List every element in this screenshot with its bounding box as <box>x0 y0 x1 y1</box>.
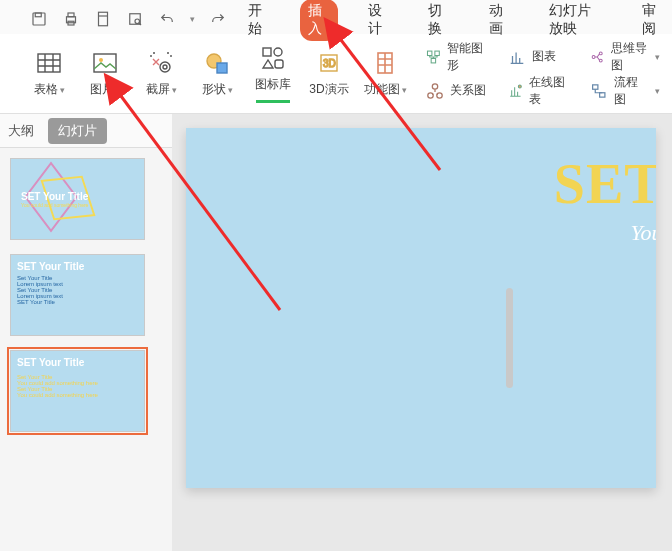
svg-point-10 <box>99 58 103 62</box>
insert-chart-button[interactable]: 图表 <box>504 43 572 71</box>
slide-thumbnail-2[interactable]: SET Your Title Set Your Title Lorem ipsu… <box>10 254 145 336</box>
icons-label: 图标库 <box>255 76 291 93</box>
undo-dropdown-icon[interactable]: ▾ <box>190 14 195 24</box>
smartart-label: 智能图形 <box>447 40 486 74</box>
sidetab-outline[interactable]: 大纲 <box>4 118 38 144</box>
slide-thumbnails: SET Your Title You could add something h… <box>0 148 172 551</box>
undo-icon[interactable] <box>158 10 176 28</box>
thumb-content: Set Your Title You could add something h… <box>17 374 138 398</box>
funcimg-label: 功能图 <box>364 81 400 98</box>
svg-rect-23 <box>431 58 435 62</box>
tab-slideshow[interactable]: 幻灯片放映 <box>541 0 612 41</box>
chart-icon <box>508 48 526 66</box>
svg-rect-17 <box>275 60 283 68</box>
ribbon-small-col-2: 图表 在线图表 <box>504 43 572 105</box>
thumbnail-scrollbar[interactable] <box>506 188 516 538</box>
insert-smartart-button[interactable]: 智能图形 <box>422 43 490 71</box>
screenshot-icon <box>147 49 175 77</box>
slide-subtitle: You coul <box>630 220 656 246</box>
slide-thumbnail-1[interactable]: SET Your Title You could add something h… <box>10 158 145 240</box>
table-icon <box>35 49 63 77</box>
pdf-icon[interactable] <box>94 10 112 28</box>
ribbon-insert: 表格▾ 图片▾ 截屏▾ 形状▾ 图标库 3D 3D演示 功能图▾ 智能图形 关系… <box>0 34 672 114</box>
ribbon-small-col-3: 思维导图▾ 流程图▾ <box>586 43 664 105</box>
function-img-icon <box>371 49 399 77</box>
insert-function-img-button[interactable]: 功能图▾ <box>362 41 408 107</box>
svg-point-30 <box>600 59 603 62</box>
svg-rect-15 <box>263 48 271 56</box>
ribbon-small-col-1: 智能图形 关系图 <box>422 43 490 105</box>
insert-shapes-button[interactable]: 形状▾ <box>194 41 240 107</box>
chevron-down-icon: ▾ <box>60 85 65 95</box>
chevron-down-icon: ▾ <box>116 85 121 95</box>
icon-library-icon <box>259 44 287 72</box>
slide-thumbnail-3[interactable]: SET Your Title Set Your Title You could … <box>10 350 145 432</box>
svg-rect-5 <box>99 12 108 26</box>
thumb-title: SET Your Title <box>21 191 88 202</box>
save-icon[interactable] <box>30 10 48 28</box>
mindmap-icon <box>590 48 604 66</box>
thumb-subtitle: You could add something here <box>21 202 88 208</box>
thumb-title: SET Your Title <box>17 261 138 272</box>
flowchart-icon <box>590 82 608 100</box>
sidetab-slides[interactable]: 幻灯片 <box>48 118 107 144</box>
svg-rect-31 <box>593 84 598 88</box>
svg-point-12 <box>163 65 167 69</box>
svg-rect-32 <box>600 92 605 96</box>
relation-label: 关系图 <box>450 82 486 99</box>
smartart-icon <box>426 48 441 66</box>
insert-relation-button[interactable]: 关系图 <box>422 77 490 105</box>
workspace: 大纲 幻灯片 SET Your Title You could add some… <box>0 114 672 551</box>
insert-picture-button[interactable]: 图片▾ <box>82 41 128 107</box>
mindmap-label: 思维导图 <box>611 40 649 74</box>
chevron-down-icon: ▾ <box>655 86 660 96</box>
tab-insert[interactable]: 插入 <box>300 0 338 41</box>
relation-icon <box>426 82 444 100</box>
svg-rect-8 <box>38 54 60 72</box>
chart-label: 图表 <box>532 48 556 65</box>
active-underline <box>256 100 290 103</box>
current-slide[interactable]: SET Y You coul <box>186 128 656 488</box>
tab-transition[interactable]: 切换 <box>420 0 458 41</box>
table-label: 表格 <box>34 81 58 98</box>
svg-rect-1 <box>35 13 41 17</box>
tab-design[interactable]: 设计 <box>360 0 398 41</box>
insert-mindmap-button[interactable]: 思维导图▾ <box>586 43 664 71</box>
flowchart-label: 流程图 <box>614 74 649 108</box>
svg-rect-3 <box>68 13 74 17</box>
tab-start[interactable]: 开始 <box>240 0 278 41</box>
svg-rect-22 <box>435 51 439 55</box>
shapes-icon <box>203 49 231 77</box>
insert-3d-button[interactable]: 3D 3D演示 <box>306 41 352 107</box>
svg-text:3D: 3D <box>323 58 336 69</box>
picture-icon <box>91 49 119 77</box>
scrollbar-thumb[interactable] <box>506 288 513 388</box>
svg-rect-21 <box>427 51 431 55</box>
shapes-label: 形状 <box>202 81 226 98</box>
svg-point-29 <box>600 51 603 54</box>
insert-online-chart-button[interactable]: 在线图表 <box>504 77 572 105</box>
insert-screenshot-button[interactable]: 截屏▾ <box>138 41 184 107</box>
svg-point-11 <box>160 62 170 72</box>
preview-icon[interactable] <box>126 10 144 28</box>
chevron-down-icon: ▾ <box>655 52 660 62</box>
svg-rect-9 <box>94 54 116 72</box>
threeD-label: 3D演示 <box>309 81 348 98</box>
chevron-down-icon: ▾ <box>228 85 233 95</box>
svg-point-27 <box>519 85 522 88</box>
svg-point-24 <box>432 83 437 88</box>
insert-table-button[interactable]: 表格▾ <box>26 41 72 107</box>
main-tabs: 开始 插入 设计 切换 动画 幻灯片放映 审阅 <box>240 6 672 34</box>
chevron-down-icon: ▾ <box>172 85 177 95</box>
slide-panel: 大纲 幻灯片 SET Your Title You could add some… <box>0 114 172 551</box>
redo-icon[interactable] <box>209 10 227 28</box>
slide-canvas[interactable]: SET Y You coul <box>172 114 672 551</box>
tab-review[interactable]: 审阅 <box>634 0 672 41</box>
insert-icons-button[interactable]: 图标库 <box>250 41 296 107</box>
chevron-down-icon: ▾ <box>402 85 407 95</box>
print-icon[interactable] <box>62 10 80 28</box>
picture-label: 图片 <box>90 81 114 98</box>
three-d-icon: 3D <box>315 49 343 77</box>
insert-flowchart-button[interactable]: 流程图▾ <box>586 77 664 105</box>
tab-animation[interactable]: 动画 <box>481 0 519 41</box>
